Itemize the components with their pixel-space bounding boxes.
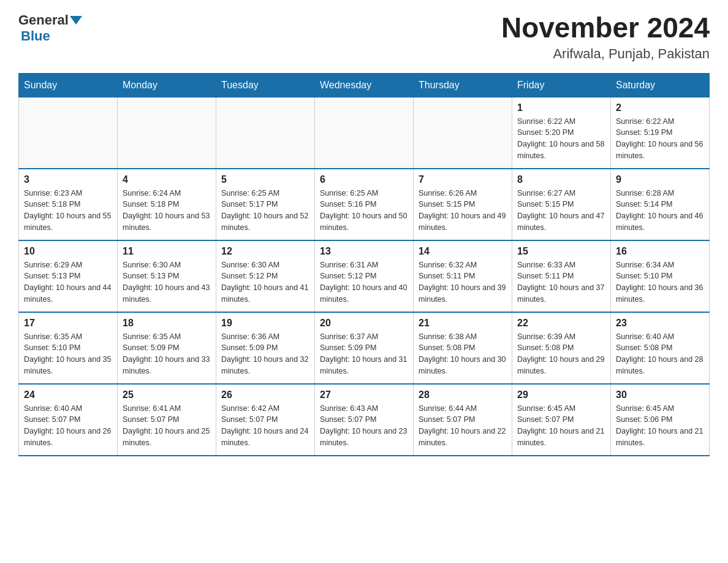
day-number: 17	[24, 318, 112, 329]
calendar-cell: 21Sunrise: 6:38 AMSunset: 5:08 PMDayligh…	[414, 312, 512, 384]
day-info: Sunrise: 6:37 AMSunset: 5:09 PMDaylight:…	[320, 331, 408, 377]
calendar-cell: 24Sunrise: 6:40 AMSunset: 5:07 PMDayligh…	[19, 384, 118, 456]
calendar-cell	[118, 97, 216, 169]
day-info: Sunrise: 6:39 AMSunset: 5:08 PMDaylight:…	[517, 331, 605, 377]
calendar-cell: 23Sunrise: 6:40 AMSunset: 5:08 PMDayligh…	[611, 312, 710, 384]
day-info: Sunrise: 6:32 AMSunset: 5:11 PMDaylight:…	[419, 259, 507, 305]
calendar-cell	[414, 97, 512, 169]
calendar-cell: 29Sunrise: 6:45 AMSunset: 5:07 PMDayligh…	[512, 384, 611, 456]
day-number: 6	[320, 174, 408, 185]
calendar-cell: 17Sunrise: 6:35 AMSunset: 5:10 PMDayligh…	[19, 312, 118, 384]
day-number: 5	[221, 174, 309, 185]
day-number: 22	[517, 318, 605, 329]
day-info: Sunrise: 6:35 AMSunset: 5:09 PMDaylight:…	[123, 331, 211, 377]
day-info: Sunrise: 6:22 AMSunset: 5:20 PMDaylight:…	[517, 116, 605, 162]
day-info: Sunrise: 6:40 AMSunset: 5:08 PMDaylight:…	[616, 331, 704, 377]
logo: General Blue	[18, 12, 82, 44]
day-number: 24	[24, 389, 112, 400]
day-number: 18	[123, 318, 211, 329]
day-number: 12	[221, 246, 309, 257]
day-number: 1	[517, 102, 605, 113]
logo-triangle-icon	[70, 16, 82, 25]
day-number: 20	[320, 318, 408, 329]
day-number: 4	[123, 174, 211, 185]
calendar-cell: 14Sunrise: 6:32 AMSunset: 5:11 PMDayligh…	[414, 240, 512, 312]
day-number: 23	[616, 318, 704, 329]
day-info: Sunrise: 6:29 AMSunset: 5:13 PMDaylight:…	[24, 259, 112, 305]
day-number: 8	[517, 174, 605, 185]
day-info: Sunrise: 6:28 AMSunset: 5:14 PMDaylight:…	[616, 188, 704, 234]
day-number: 15	[517, 246, 605, 257]
day-info: Sunrise: 6:25 AMSunset: 5:17 PMDaylight:…	[221, 188, 309, 234]
calendar-cell: 15Sunrise: 6:33 AMSunset: 5:11 PMDayligh…	[512, 240, 611, 312]
page-header: General Blue November 2024 Arifwala, Pun…	[18, 12, 710, 62]
calendar-cell: 19Sunrise: 6:36 AMSunset: 5:09 PMDayligh…	[216, 312, 315, 384]
day-info: Sunrise: 6:33 AMSunset: 5:11 PMDaylight:…	[517, 259, 605, 305]
day-number: 19	[221, 318, 309, 329]
calendar-table: SundayMondayTuesdayWednesdayThursdayFrid…	[18, 73, 710, 456]
day-info: Sunrise: 6:35 AMSunset: 5:10 PMDaylight:…	[24, 331, 112, 377]
calendar-cell: 9Sunrise: 6:28 AMSunset: 5:14 PMDaylight…	[611, 169, 710, 240]
calendar-cell: 7Sunrise: 6:26 AMSunset: 5:15 PMDaylight…	[414, 169, 512, 240]
day-number: 26	[221, 389, 309, 400]
day-number: 25	[123, 389, 211, 400]
calendar-cell: 1Sunrise: 6:22 AMSunset: 5:20 PMDaylight…	[512, 97, 611, 169]
day-info: Sunrise: 6:25 AMSunset: 5:16 PMDaylight:…	[320, 188, 408, 234]
calendar-week-row: 10Sunrise: 6:29 AMSunset: 5:13 PMDayligh…	[19, 240, 710, 312]
day-number: 29	[517, 389, 605, 400]
weekday-header-thursday: Thursday	[414, 73, 512, 97]
day-number: 7	[419, 174, 507, 185]
day-number: 28	[419, 389, 507, 400]
day-number: 2	[616, 102, 704, 113]
day-number: 16	[616, 246, 704, 257]
day-info: Sunrise: 6:26 AMSunset: 5:15 PMDaylight:…	[419, 188, 507, 234]
calendar-cell: 8Sunrise: 6:27 AMSunset: 5:15 PMDaylight…	[512, 169, 611, 240]
calendar-cell: 26Sunrise: 6:42 AMSunset: 5:07 PMDayligh…	[216, 384, 315, 456]
day-info: Sunrise: 6:30 AMSunset: 5:12 PMDaylight:…	[221, 259, 309, 305]
weekday-header-wednesday: Wednesday	[315, 73, 414, 97]
day-number: 27	[320, 389, 408, 400]
calendar-cell: 18Sunrise: 6:35 AMSunset: 5:09 PMDayligh…	[118, 312, 216, 384]
day-info: Sunrise: 6:30 AMSunset: 5:13 PMDaylight:…	[123, 259, 211, 305]
weekday-header-tuesday: Tuesday	[216, 73, 315, 97]
calendar-week-row: 17Sunrise: 6:35 AMSunset: 5:10 PMDayligh…	[19, 312, 710, 384]
weekday-header-monday: Monday	[118, 73, 216, 97]
calendar-header-row: SundayMondayTuesdayWednesdayThursdayFrid…	[19, 73, 710, 97]
weekday-header-saturday: Saturday	[611, 73, 710, 97]
logo-blue-text: Blue	[21, 28, 50, 44]
calendar-cell: 4Sunrise: 6:24 AMSunset: 5:18 PMDaylight…	[118, 169, 216, 240]
day-info: Sunrise: 6:44 AMSunset: 5:07 PMDaylight:…	[419, 403, 507, 449]
day-info: Sunrise: 6:43 AMSunset: 5:07 PMDaylight:…	[320, 403, 408, 449]
logo-general-text: General	[18, 12, 69, 28]
day-info: Sunrise: 6:22 AMSunset: 5:19 PMDaylight:…	[616, 116, 704, 162]
calendar-cell	[216, 97, 315, 169]
day-info: Sunrise: 6:27 AMSunset: 5:15 PMDaylight:…	[517, 188, 605, 234]
calendar-cell: 25Sunrise: 6:41 AMSunset: 5:07 PMDayligh…	[118, 384, 216, 456]
day-number: 10	[24, 246, 112, 257]
calendar-cell: 27Sunrise: 6:43 AMSunset: 5:07 PMDayligh…	[315, 384, 414, 456]
calendar-week-row: 1Sunrise: 6:22 AMSunset: 5:20 PMDaylight…	[19, 97, 710, 169]
calendar-cell: 2Sunrise: 6:22 AMSunset: 5:19 PMDaylight…	[611, 97, 710, 169]
day-info: Sunrise: 6:38 AMSunset: 5:08 PMDaylight:…	[419, 331, 507, 377]
day-info: Sunrise: 6:42 AMSunset: 5:07 PMDaylight:…	[221, 403, 309, 449]
calendar-cell: 11Sunrise: 6:30 AMSunset: 5:13 PMDayligh…	[118, 240, 216, 312]
day-number: 9	[616, 174, 704, 185]
title-block: November 2024 Arifwala, Punjab, Pakistan	[501, 12, 710, 62]
day-number: 30	[616, 389, 704, 400]
calendar-cell: 28Sunrise: 6:44 AMSunset: 5:07 PMDayligh…	[414, 384, 512, 456]
calendar-cell: 3Sunrise: 6:23 AMSunset: 5:18 PMDaylight…	[19, 169, 118, 240]
calendar-cell: 12Sunrise: 6:30 AMSunset: 5:12 PMDayligh…	[216, 240, 315, 312]
calendar-cell: 20Sunrise: 6:37 AMSunset: 5:09 PMDayligh…	[315, 312, 414, 384]
calendar-week-row: 3Sunrise: 6:23 AMSunset: 5:18 PMDaylight…	[19, 169, 710, 240]
day-number: 13	[320, 246, 408, 257]
calendar-cell: 5Sunrise: 6:25 AMSunset: 5:17 PMDaylight…	[216, 169, 315, 240]
day-info: Sunrise: 6:24 AMSunset: 5:18 PMDaylight:…	[123, 188, 211, 234]
day-number: 11	[123, 246, 211, 257]
day-info: Sunrise: 6:23 AMSunset: 5:18 PMDaylight:…	[24, 188, 112, 234]
day-number: 3	[24, 174, 112, 185]
calendar-cell	[315, 97, 414, 169]
day-info: Sunrise: 6:41 AMSunset: 5:07 PMDaylight:…	[123, 403, 211, 449]
calendar-cell: 22Sunrise: 6:39 AMSunset: 5:08 PMDayligh…	[512, 312, 611, 384]
day-info: Sunrise: 6:31 AMSunset: 5:12 PMDaylight:…	[320, 259, 408, 305]
calendar-cell: 30Sunrise: 6:45 AMSunset: 5:06 PMDayligh…	[611, 384, 710, 456]
